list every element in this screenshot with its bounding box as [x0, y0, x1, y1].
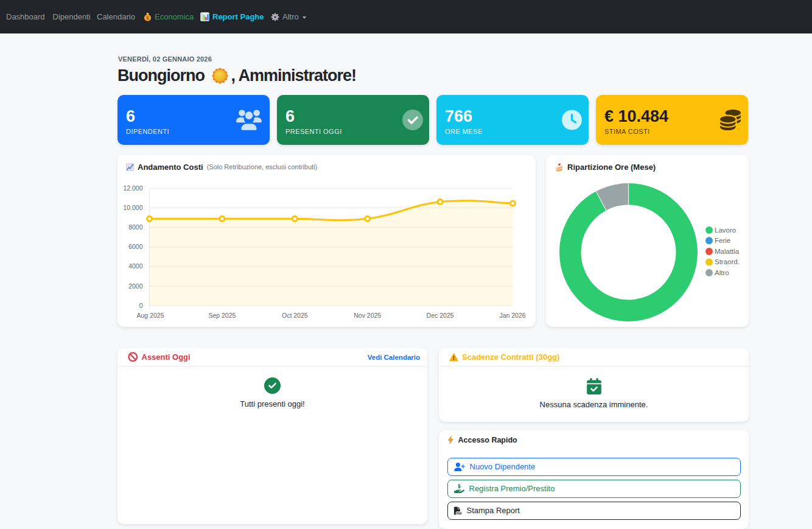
svg-text:10.000: 10.000: [123, 204, 142, 211]
svg-text:Nov 2025: Nov 2025: [354, 312, 381, 319]
svg-text:Oct 2025: Oct 2025: [282, 312, 308, 319]
svg-text:Straord.: Straord.: [715, 258, 740, 265]
svg-text:Altro: Altro: [715, 269, 729, 276]
svg-text:Sep 2025: Sep 2025: [208, 312, 236, 319]
svg-text:Aug 2025: Aug 2025: [137, 312, 164, 319]
svg-text:Ferie: Ferie: [715, 237, 730, 244]
svg-text:2000: 2000: [128, 282, 143, 290]
svg-text:Lavoro: Lavoro: [715, 226, 736, 234]
svg-text:Jan 2026: Jan 2026: [499, 312, 525, 319]
svg-text:12.000: 12.000: [123, 184, 142, 192]
svg-text:8000: 8000: [128, 223, 143, 231]
svg-text:6000: 6000: [128, 243, 143, 250]
svg-text:Malattia: Malattia: [715, 248, 740, 255]
svg-text:Dec 2025: Dec 2025: [427, 312, 454, 319]
svg-text:$: $: [146, 15, 149, 21]
svg-text:0: 0: [139, 302, 143, 309]
svg-text:4000: 4000: [128, 262, 143, 270]
